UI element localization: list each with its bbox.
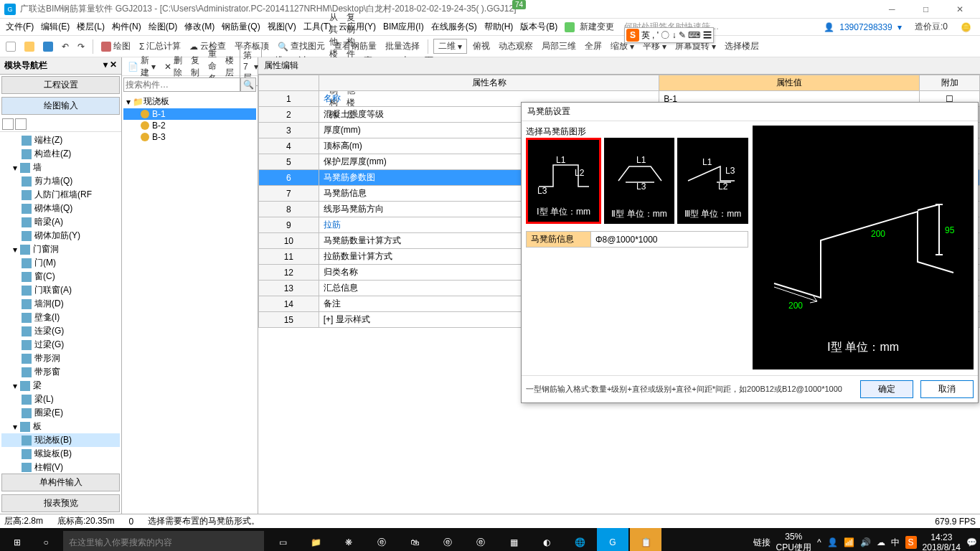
- menu-bim[interactable]: BIM应用(I): [380, 19, 427, 34]
- tree-item[interactable]: ▾墙: [1, 161, 120, 174]
- open-button[interactable]: [22, 40, 37, 53]
- task-view-icon[interactable]: ▭: [267, 528, 298, 551]
- expand-icon[interactable]: [2, 118, 14, 130]
- tree-item[interactable]: 墙洞(D): [1, 297, 120, 311]
- tree-item[interactable]: ▾板: [1, 420, 120, 433]
- explorer-icon[interactable]: 📁: [300, 528, 331, 551]
- copy-comp-button[interactable]: 复制: [188, 53, 202, 80]
- cpu-meter[interactable]: 35%CPU使用: [776, 532, 811, 552]
- tray-sogou-icon[interactable]: S: [905, 536, 917, 549]
- pattern-1[interactable]: L1L2L3 Ⅰ型 单位：mm: [526, 138, 601, 224]
- tree-item[interactable]: 暗梁(A): [1, 215, 120, 229]
- taskbar-search[interactable]: 在这里输入你要搜索的内容: [63, 531, 264, 551]
- tray-notif-icon[interactable]: 💬: [966, 537, 977, 547]
- tree-item[interactable]: 柱帽(V): [1, 461, 120, 472]
- menu-modify[interactable]: 修改(M): [182, 19, 217, 34]
- menu-help[interactable]: 帮助(H): [481, 19, 517, 34]
- menu-edit[interactable]: 编辑(E): [38, 19, 72, 34]
- tree-item[interactable]: 剪力墙(Q): [1, 174, 120, 188]
- user-id[interactable]: 👤 13907298339 ▾: [821, 21, 905, 34]
- edge-icon[interactable]: ⓔ: [432, 528, 463, 551]
- maximize-button[interactable]: □: [910, 4, 942, 14]
- report-preview-button[interactable]: 报表预览: [1, 494, 120, 512]
- tree-item[interactable]: 梁(L): [1, 392, 120, 406]
- tree-item[interactable]: 构造柱(Z): [1, 147, 120, 161]
- tree-item[interactable]: ▾门窗洞: [1, 242, 120, 256]
- tray-people-icon[interactable]: 👤: [827, 537, 838, 547]
- tree-item[interactable]: 砌体墙(Q): [1, 202, 120, 215]
- ime-items[interactable]: , ' 〇 ↓ ✎ ⌨ ☰: [652, 29, 712, 42]
- start-button[interactable]: ⊞: [3, 528, 32, 551]
- app-icon-5[interactable]: 📋: [630, 528, 661, 551]
- redo-button[interactable]: ↷: [75, 40, 88, 53]
- tree-item[interactable]: 带形洞: [1, 352, 120, 365]
- tree-item[interactable]: 圈梁(E): [1, 406, 120, 420]
- tray-vol-icon[interactable]: 🔊: [860, 537, 871, 547]
- ggj-icon[interactable]: G: [597, 528, 628, 551]
- project-settings-button[interactable]: 工程设置: [1, 76, 120, 94]
- cancel-button[interactable]: 取消: [920, 380, 974, 398]
- ok-button[interactable]: 确定: [860, 380, 913, 398]
- ime-lang[interactable]: 英: [641, 29, 650, 42]
- menu-online[interactable]: 在线服务(S): [428, 19, 480, 34]
- cortana-icon[interactable]: ○: [32, 528, 60, 551]
- tray-ime-icon[interactable]: 中: [891, 537, 900, 549]
- save-button[interactable]: [40, 40, 56, 53]
- single-input-button[interactable]: 单构件输入: [1, 474, 120, 491]
- ie2-icon[interactable]: ⓔ: [465, 528, 496, 551]
- top-view-button[interactable]: 俯视: [470, 39, 493, 54]
- tree-item[interactable]: 人防门框墙(RF: [1, 188, 120, 202]
- slab-tree[interactable]: ▾ 📁 现浇板 B-1 B-2 B-3: [122, 93, 258, 514]
- draw-button[interactable]: 绘图: [98, 39, 133, 54]
- menu-file[interactable]: 文件(F): [3, 19, 37, 34]
- new-change-button[interactable]: 新建变更: [562, 18, 620, 36]
- collapse-icon[interactable]: [15, 118, 27, 130]
- browser-icon[interactable]: 🌐: [564, 528, 595, 551]
- app-icon-1[interactable]: ❋: [333, 528, 364, 551]
- tree-item[interactable]: 端柱(Z): [1, 133, 120, 147]
- slab-item-b3[interactable]: B-3: [123, 131, 256, 143]
- nav-tree[interactable]: 端柱(Z)构造柱(Z)▾墙剪力墙(Q)人防门框墙(RF砌体墙(Q)暗梁(A)砌体…: [0, 132, 121, 472]
- tree-item[interactable]: 连梁(G): [1, 324, 120, 338]
- tree-item[interactable]: ▾梁: [1, 379, 120, 392]
- view-2d-select[interactable]: 二维 ▾: [433, 39, 467, 54]
- new-doc-button[interactable]: [3, 40, 19, 53]
- tree-item[interactable]: 现浇板(B): [1, 433, 120, 447]
- batch-select-button[interactable]: 批量选择: [382, 39, 423, 54]
- slab-item-b2[interactable]: B-2: [123, 120, 256, 131]
- fullscreen-button[interactable]: 全屏: [582, 39, 605, 54]
- pattern-3[interactable]: L1L3L2 Ⅲ型 单位：mm: [677, 138, 748, 224]
- slab-root[interactable]: ▾ 📁 现浇板: [123, 95, 256, 108]
- tray-up-icon[interactable]: ^: [817, 537, 821, 547]
- delete-comp-button[interactable]: ✕删除: [161, 53, 185, 80]
- tree-item[interactable]: 砌体加筋(Y): [1, 229, 120, 242]
- minimize-button[interactable]: ─: [876, 4, 908, 14]
- menu-draw[interactable]: 绘图(D): [146, 19, 181, 34]
- search-input[interactable]: [123, 77, 240, 92]
- tree-item[interactable]: 螺旋板(B): [1, 447, 120, 461]
- tray-onedrive-icon[interactable]: ☁: [877, 537, 885, 547]
- menu-view[interactable]: 视图(V): [265, 19, 299, 34]
- nav-close-icon[interactable]: ▾ ✕: [103, 60, 117, 72]
- menu-floor[interactable]: 楼层(L): [74, 19, 108, 34]
- tree-item[interactable]: 过梁(G): [1, 338, 120, 352]
- tree-item[interactable]: 壁龛(I): [1, 311, 120, 324]
- tree-item[interactable]: 门(M): [1, 256, 120, 270]
- app-icon-4[interactable]: ◐: [531, 528, 562, 551]
- menu-rebar[interactable]: 钢筋量(Q): [219, 19, 263, 34]
- tree-item[interactable]: 带形窗: [1, 365, 120, 379]
- tree-item[interactable]: 窗(C): [1, 270, 120, 283]
- app-icon-3[interactable]: ▦: [498, 528, 529, 551]
- menu-component[interactable]: 构件(N): [109, 19, 144, 34]
- info-value[interactable]: Φ8@1000*1000: [591, 232, 748, 248]
- undo-button[interactable]: ↶: [59, 40, 72, 53]
- close-button[interactable]: ✕: [944, 4, 976, 14]
- tray-net-icon[interactable]: 📶: [844, 537, 854, 547]
- orbit-button[interactable]: 动态观察: [496, 39, 536, 54]
- draw-input-button[interactable]: 绘图输入: [1, 97, 120, 115]
- ie-icon[interactable]: ⓔ: [366, 528, 397, 551]
- ime-bar[interactable]: S 英 , ' 〇 ↓ ✎ ⌨ ☰: [624, 27, 714, 43]
- tray-clock[interactable]: 14:232018/8/14: [923, 532, 961, 551]
- pattern-2[interactable]: L1L3 Ⅱ型 单位：mm: [604, 138, 675, 224]
- tree-item[interactable]: 门联窗(A): [1, 283, 120, 297]
